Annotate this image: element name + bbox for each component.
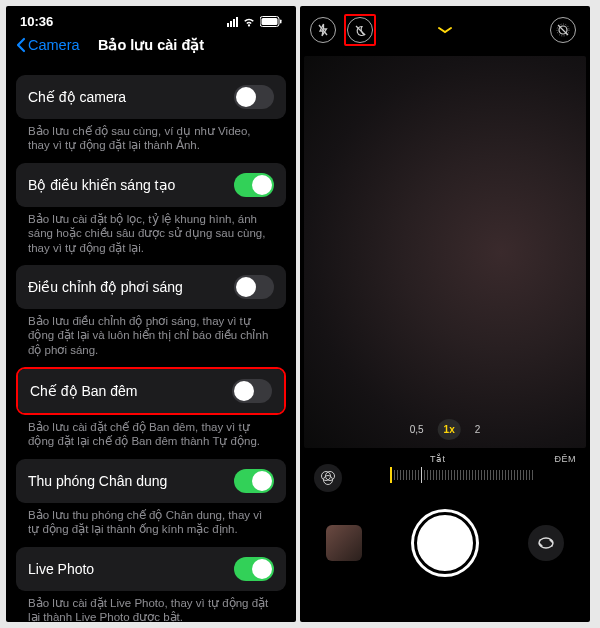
shutter-button[interactable]: [414, 512, 476, 574]
svg-rect-1: [262, 18, 278, 25]
setting-row-3[interactable]: Chế độ Ban đêm: [18, 369, 284, 413]
flash-off-icon: [317, 23, 329, 37]
night-mode-button[interactable]: [347, 17, 373, 43]
setting-description: Bảo lưu điều chỉnh độ phơi sáng, thay vì…: [16, 309, 286, 357]
night-mode-slider[interactable]: Tắt ĐÊM: [390, 454, 576, 484]
setting-description: Bảo lưu thu phóng chế độ Chân dung, thay…: [16, 503, 286, 537]
filters-icon: [319, 469, 337, 487]
battery-icon: [260, 16, 282, 27]
back-button[interactable]: Camera: [16, 37, 80, 53]
setting-label: Thu phóng Chân dung: [28, 473, 167, 489]
setting-row-4[interactable]: Thu phóng Chân dung: [16, 459, 286, 503]
status-time: 10:36: [20, 14, 53, 29]
setting-label: Bộ điều khiển sáng tạo: [28, 177, 175, 193]
settings-screen: 10:36 Camera Bảo lưu cài đặt Chế độ came…: [6, 6, 296, 622]
setting-label: Điều chỉnh độ phơi sáng: [28, 279, 183, 295]
setting-description: Bảo lưu cài đặt chế độ Ban đêm, thay vì …: [16, 415, 286, 449]
slider-ticks[interactable]: [390, 466, 576, 484]
slider-label-off: Tắt: [430, 454, 446, 464]
setting-description: Bảo lưu cài đặt Live Photo, thay vì tự đ…: [16, 591, 286, 623]
camera-controls-row: Tắt ĐÊM: [300, 448, 590, 502]
setting-label: Live Photo: [28, 561, 94, 577]
settings-list: Chế độ cameraBảo lưu chế độ sau cùng, ví…: [6, 75, 296, 622]
slider-label-night: ĐÊM: [555, 454, 577, 464]
back-label: Camera: [28, 37, 80, 53]
setting-label: Chế độ camera: [28, 89, 126, 105]
setting-description: Bảo lưu cài đặt bộ lọc, tỷ lệ khung hình…: [16, 207, 286, 255]
nav-header: Camera Bảo lưu cài đặt: [6, 31, 296, 65]
svg-rect-2: [280, 20, 282, 24]
zoom-option-1x[interactable]: 1x: [438, 419, 461, 440]
setting-row-1[interactable]: Bộ điều khiển sáng tạo: [16, 163, 286, 207]
setting-row-2[interactable]: Điều chỉnh độ phơi sáng: [16, 265, 286, 309]
status-bar: 10:36: [6, 6, 296, 31]
setting-toggle[interactable]: [234, 173, 274, 197]
flash-button[interactable]: [310, 17, 336, 43]
live-photo-button[interactable]: [550, 17, 576, 43]
live-photo-off-icon: [556, 23, 570, 37]
cellular-icon: [227, 17, 238, 27]
last-photo-thumbnail[interactable]: [326, 525, 362, 561]
setting-toggle[interactable]: [234, 557, 274, 581]
flip-camera-icon: [536, 535, 556, 551]
zoom-option-tele[interactable]: 2: [475, 424, 481, 435]
shutter-row: [300, 502, 590, 574]
setting-toggle[interactable]: [234, 469, 274, 493]
wifi-icon: [242, 17, 256, 27]
setting-toggle[interactable]: [234, 275, 274, 299]
chevron-down-icon: [436, 25, 454, 35]
setting-row-5[interactable]: Live Photo: [16, 547, 286, 591]
zoom-option-wide[interactable]: 0,5: [410, 424, 424, 435]
page-title: Bảo lưu cài đặt: [98, 37, 204, 53]
setting-highlight: Chế độ Ban đêm: [16, 367, 286, 415]
chevron-left-icon: [16, 37, 26, 53]
flip-camera-button[interactable]: [528, 525, 564, 561]
zoom-selector[interactable]: 0,5 1x 2: [410, 419, 481, 440]
status-icons: [227, 16, 282, 27]
camera-screen: 0,5 1x 2 Tắt ĐÊM: [300, 6, 590, 622]
camera-top-bar: [300, 6, 590, 50]
night-mode-highlight: [344, 14, 376, 46]
setting-row-0[interactable]: Chế độ camera: [16, 75, 286, 119]
setting-toggle[interactable]: [234, 85, 274, 109]
setting-description: Bảo lưu chế độ sau cùng, ví dụ như Video…: [16, 119, 286, 153]
night-mode-off-icon: [354, 24, 367, 37]
filters-button[interactable]: [314, 464, 342, 492]
setting-label: Chế độ Ban đêm: [30, 383, 138, 399]
setting-toggle[interactable]: [232, 379, 272, 403]
camera-controls-expand[interactable]: [436, 21, 454, 39]
camera-viewfinder[interactable]: 0,5 1x 2: [304, 56, 586, 448]
